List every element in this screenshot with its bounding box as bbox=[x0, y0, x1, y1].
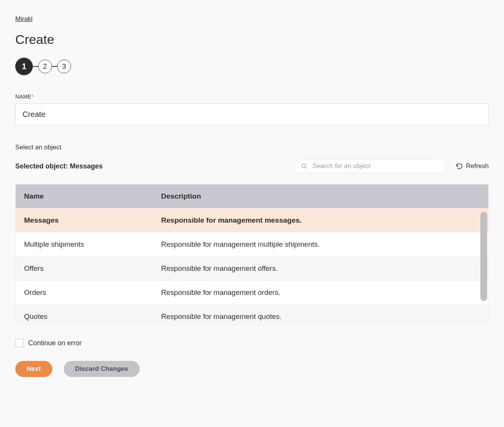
step-3[interactable]: 3 bbox=[57, 60, 71, 73]
next-button[interactable]: Next bbox=[15, 361, 52, 377]
cell-description: Responsible for management messages. bbox=[153, 209, 488, 233]
breadcrumb-mirakl[interactable]: Mirakl bbox=[15, 15, 32, 23]
cell-name: Orders bbox=[16, 281, 153, 305]
search-icon bbox=[301, 163, 308, 170]
cell-description: Responsible for management quotes. bbox=[153, 305, 488, 325]
table-header-description[interactable]: Description bbox=[153, 184, 488, 209]
table-row[interactable]: Multiple shipments Responsible for manag… bbox=[16, 233, 488, 257]
cell-name: Offers bbox=[16, 257, 153, 281]
table-row[interactable]: Offers Responsible for management offers… bbox=[16, 257, 488, 281]
stepper: 1 2 3 bbox=[15, 58, 489, 75]
discard-changes-button[interactable]: Discard Changes bbox=[64, 361, 140, 377]
select-object-hint: Select an object bbox=[15, 144, 489, 151]
refresh-icon bbox=[456, 163, 463, 170]
continue-on-error-label: Continue on error bbox=[28, 339, 82, 347]
refresh-button[interactable]: Refresh bbox=[456, 162, 489, 170]
table-row[interactable]: Orders Responsible for management orders… bbox=[16, 281, 488, 305]
selected-object-label: Selected object: Messages bbox=[15, 162, 103, 170]
step-connector bbox=[33, 66, 38, 67]
step-1[interactable]: 1 bbox=[15, 58, 33, 75]
required-mark: * bbox=[31, 94, 34, 100]
cell-description: Responsible for management orders. bbox=[153, 281, 488, 305]
refresh-label: Refresh bbox=[466, 162, 489, 170]
page-title: Create bbox=[15, 32, 489, 47]
name-field-label: NAME* bbox=[15, 94, 489, 100]
cell-name: Multiple shipments bbox=[16, 233, 153, 257]
scrollbar-track[interactable] bbox=[480, 212, 487, 301]
table-header-name[interactable]: Name bbox=[16, 184, 153, 209]
svg-line-1 bbox=[305, 167, 307, 168]
step-2[interactable]: 2 bbox=[38, 60, 52, 73]
cell-description: Responsible for management multiple ship… bbox=[153, 233, 488, 257]
object-table-container: Name Description Messages Responsible fo… bbox=[15, 184, 489, 325]
name-input[interactable] bbox=[15, 104, 489, 125]
table-row[interactable]: Quotes Responsible for management quotes… bbox=[16, 305, 488, 325]
step-connector bbox=[52, 66, 57, 67]
search-input[interactable] bbox=[312, 162, 439, 170]
svg-point-0 bbox=[302, 164, 306, 168]
cell-name: Quotes bbox=[16, 305, 153, 325]
continue-on-error-checkbox[interactable] bbox=[15, 339, 24, 347]
search-wrap[interactable] bbox=[293, 159, 446, 173]
cell-name: Messages bbox=[16, 209, 153, 233]
scrollbar-thumb[interactable] bbox=[480, 212, 487, 301]
table-row[interactable]: Messages Responsible for management mess… bbox=[16, 209, 488, 233]
object-table: Name Description Messages Responsible fo… bbox=[16, 184, 488, 325]
cell-description: Responsible for management offers. bbox=[153, 257, 488, 281]
